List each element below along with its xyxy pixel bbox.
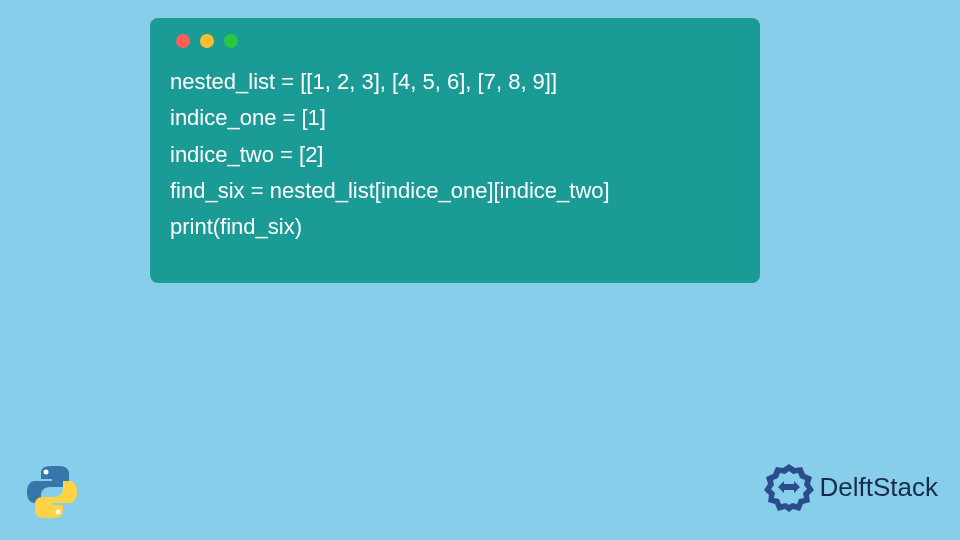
delftstack-badge-icon [764, 462, 814, 512]
minimize-dot-icon [200, 34, 214, 48]
close-dot-icon [176, 34, 190, 48]
code-line-2: indice_one = [1] [170, 105, 326, 130]
python-logo-icon [22, 462, 82, 522]
code-line-4: find_six = nested_list[indice_one][indic… [170, 178, 610, 203]
svg-point-1 [56, 510, 61, 515]
svg-point-0 [44, 470, 49, 475]
window-controls [176, 34, 740, 48]
delftstack-logo: DelftStack [764, 462, 939, 512]
delftstack-text: DelftStack [820, 472, 939, 503]
maximize-dot-icon [224, 34, 238, 48]
code-line-1: nested_list = [[1, 2, 3], [4, 5, 6], [7,… [170, 69, 557, 94]
code-window: nested_list = [[1, 2, 3], [4, 5, 6], [7,… [150, 18, 760, 283]
code-line-3: indice_two = [2] [170, 142, 323, 167]
code-line-5: print(find_six) [170, 214, 302, 239]
code-content: nested_list = [[1, 2, 3], [4, 5, 6], [7,… [170, 64, 740, 245]
